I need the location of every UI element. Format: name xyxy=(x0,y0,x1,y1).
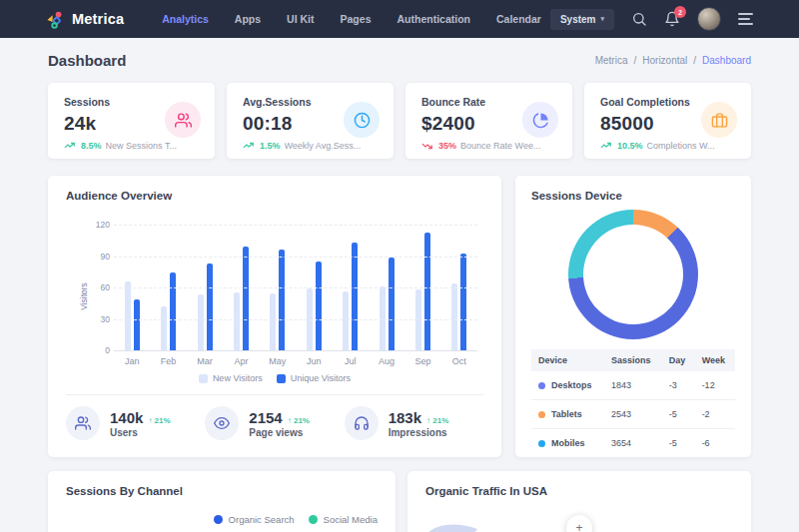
notification-badge: 2 xyxy=(674,6,686,18)
system-dropdown-label: System xyxy=(560,14,596,25)
brand-name: Metrica xyxy=(72,11,124,27)
device-name-label: Desktops xyxy=(551,380,592,390)
legend-unique-visitors: Unique Visitors xyxy=(277,373,351,383)
bar-group xyxy=(187,226,223,351)
menu-toggle-button[interactable] xyxy=(738,13,753,25)
user-avatar[interactable] xyxy=(697,7,721,31)
new-visitors-bar xyxy=(125,281,131,351)
sessions-device-card: Sessions Device Device Sassions Day Week… xyxy=(515,176,751,457)
column-header: Sassions xyxy=(604,349,662,371)
legend-swatch xyxy=(199,374,208,383)
usa-map-fragment xyxy=(421,517,481,532)
trend-up-icon xyxy=(243,142,256,150)
mobiles-dot-icon xyxy=(538,440,545,447)
unique-visitors-bar xyxy=(207,264,213,351)
clock-icon xyxy=(344,102,380,138)
new-visitors-bar xyxy=(161,306,167,351)
cell-week: -12 xyxy=(695,371,735,400)
cell-day: -3 xyxy=(662,371,695,400)
new-visitors-bar xyxy=(270,293,276,351)
stat-footnote: 35% Bounce Rate Wee... xyxy=(421,141,556,151)
notifications-button[interactable]: 2 xyxy=(664,11,680,27)
y-axis-tick: 0 xyxy=(90,345,110,355)
brand-logo[interactable]: Metrica xyxy=(46,10,124,29)
audience-stat-impressions: 183k ↑ 21% Impressions xyxy=(345,406,483,440)
nav-item-authentication[interactable]: Authentication xyxy=(397,13,470,25)
unique-visitors-bar xyxy=(243,247,249,351)
stat-note: Completions W... xyxy=(647,141,715,151)
y-axis-tick: 30 xyxy=(90,314,110,324)
navbar-actions: System ▾ 2 xyxy=(550,7,753,31)
stat-note: Bounce Rate Wee... xyxy=(460,141,540,151)
stat-footnote: 10.5% Completions W... xyxy=(600,141,735,151)
nav-item-apps[interactable]: Apps xyxy=(235,13,261,25)
new-visitors-bar xyxy=(307,288,313,351)
bar-group xyxy=(260,226,296,351)
stat-delta-value: 21% xyxy=(155,416,171,425)
legend-label: Social Media xyxy=(324,514,378,525)
nav-item-ui-kit[interactable]: UI Kit xyxy=(287,13,314,25)
unique-visitors-bar xyxy=(424,233,430,351)
stat-label: Users xyxy=(110,427,171,438)
unique-visitors-bar xyxy=(389,258,395,352)
stat-percent: 1.5% xyxy=(260,141,281,151)
stat-cards-row: Sessions 24k 8.5% New Sessions T... Avg.… xyxy=(48,83,751,159)
breadcrumb-horizontal[interactable]: Horizontal xyxy=(642,55,687,66)
stat-value: 183k xyxy=(389,409,421,426)
arrow-up-icon: ↑ xyxy=(288,416,292,425)
sessions-by-channel-card: Sessions By Channel Organic Search Socia… xyxy=(48,471,396,532)
cell-week: -6 xyxy=(695,429,735,458)
table-row-desktops: Desktops 1843 -3 -12 xyxy=(531,371,735,400)
column-header: Device xyxy=(531,349,604,371)
audience-stat-users: 140k ↑ 21% Users xyxy=(66,406,205,440)
y-axis-tick: 60 xyxy=(90,282,110,292)
main-nav: Analytics Apps UI Kit Pages Authenticati… xyxy=(162,13,541,25)
cell-sessions: 2543 xyxy=(604,400,662,429)
breadcrumb: Metrica / Horizontal / Dashboard xyxy=(595,55,751,66)
nav-item-calendar[interactable]: Calendar xyxy=(496,13,541,25)
organic-traffic-usa-title: Organic Traffic In USA xyxy=(425,485,733,497)
x-axis-label: Jan xyxy=(114,356,150,366)
new-visitors-bar xyxy=(415,289,421,351)
social-media-dot-icon xyxy=(309,515,318,524)
bar-group xyxy=(150,226,186,351)
stat-percent: 8.5% xyxy=(81,141,102,151)
trend-up-icon xyxy=(600,142,613,150)
x-axis-label: Apr xyxy=(223,356,259,366)
system-dropdown[interactable]: System ▾ xyxy=(550,9,614,30)
hamburger-menu-icon xyxy=(738,13,753,25)
top-navbar: Metrica Analytics Apps UI Kit Pages Auth… xyxy=(0,0,799,38)
new-visitors-bar xyxy=(343,291,349,351)
nav-item-pages[interactable]: Pages xyxy=(341,13,372,25)
metrica-logo-icon xyxy=(46,10,65,29)
column-header: Day xyxy=(662,349,695,371)
grid-line xyxy=(114,257,477,258)
breadcrumb-current: Dashboard xyxy=(702,55,751,66)
channel-legend: Organic Search Social Media xyxy=(66,514,378,525)
bar-group xyxy=(332,226,368,351)
device-name-label: Tablets xyxy=(551,409,582,419)
breadcrumb-separator: / xyxy=(693,55,696,66)
breadcrumb-metrica[interactable]: Metrica xyxy=(595,55,628,66)
bar-group xyxy=(223,226,259,351)
map-zoom-in-button[interactable]: + xyxy=(566,515,592,532)
cell-sessions: 3654 xyxy=(604,429,662,458)
legend-label: New Visitors xyxy=(213,373,263,383)
unique-visitors-bar xyxy=(316,262,322,351)
nav-item-analytics[interactable]: Analytics xyxy=(162,13,209,25)
chevron-down-icon: ▾ xyxy=(600,15,604,23)
breadcrumb-separator: / xyxy=(633,55,636,66)
search-button[interactable] xyxy=(631,11,647,27)
briefcase-icon xyxy=(701,102,737,138)
trend-down-icon xyxy=(421,142,434,150)
audience-stat-page-views: 2154 ↑ 21% Page views xyxy=(205,406,344,440)
y-axis-label: Visitors xyxy=(79,282,89,310)
grid-line xyxy=(114,319,477,320)
legend-label: Organic Search xyxy=(229,514,295,525)
arrow-up-icon: ↑ xyxy=(148,416,152,425)
stat-card-bounce-rate: Bounce Rate $2400 35% Bounce Rate Wee... xyxy=(405,83,572,159)
device-table-header-row: Device Sassions Day Week xyxy=(531,349,735,371)
stat-label: Page views xyxy=(249,427,310,438)
bar-group xyxy=(296,226,332,351)
stat-delta: ↑ 21% xyxy=(288,416,310,425)
